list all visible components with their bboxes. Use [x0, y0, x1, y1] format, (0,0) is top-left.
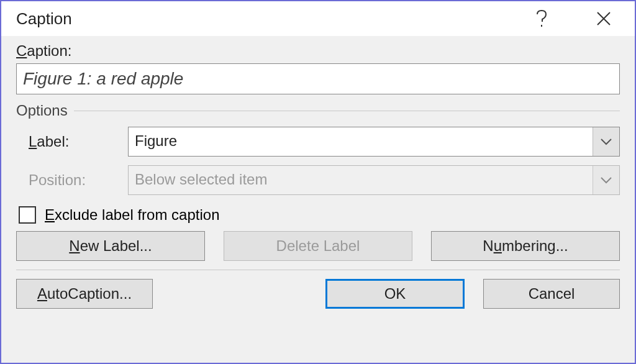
exclude-checkbox-label: Exclude label from caption	[45, 206, 220, 224]
label-combo[interactable]: Figure	[128, 127, 620, 157]
chevron-down-icon	[601, 138, 612, 145]
label-combo-button[interactable]	[593, 127, 619, 156]
options-group: Options Label: Figure Position: Below se…	[16, 102, 620, 204]
chevron-down-icon	[601, 176, 612, 184]
numbering-button[interactable]: Numbering...	[431, 231, 620, 261]
group-divider	[74, 111, 620, 111]
close-icon	[596, 11, 611, 26]
position-combo: Below selected item	[128, 165, 620, 195]
delete-label-button: Delete Label	[224, 231, 412, 261]
options-header: Options	[16, 102, 620, 119]
position-row: Position: Below selected item	[29, 165, 620, 195]
position-field-label: Position:	[29, 171, 128, 189]
dialog-content: Caption: Options Label: Figure	[1, 36, 635, 363]
caption-dialog: Caption Caption: Options	[0, 0, 636, 364]
help-icon	[535, 9, 548, 28]
exclude-checkbox[interactable]: Exclude label from caption	[19, 206, 620, 224]
label-combo-value: Figure	[129, 127, 593, 156]
label-field-label: Label:	[29, 133, 128, 150]
footer-spacer	[171, 279, 307, 309]
autocaption-button[interactable]: AutoCaption...	[16, 279, 153, 309]
caption-label: Caption:	[16, 42, 620, 60]
help-button[interactable]	[511, 1, 573, 36]
label-row: Label: Figure	[29, 127, 620, 157]
caption-input-wrap	[16, 63, 620, 94]
title-bar: Caption	[1, 1, 635, 36]
caption-action-buttons: New Label... Delete Label Numbering...	[16, 231, 620, 261]
options-header-text: Options	[16, 102, 68, 119]
new-label-button[interactable]: New Label...	[16, 231, 205, 261]
cancel-button[interactable]: Cancel	[483, 279, 620, 309]
dialog-footer: AutoCaption... OK Cancel	[16, 279, 620, 320]
checkbox-box	[19, 206, 36, 224]
window-title: Caption	[16, 9, 511, 29]
position-combo-value: Below selected item	[129, 166, 593, 194]
separator	[16, 270, 620, 270]
caption-input[interactable]	[16, 63, 620, 94]
close-button[interactable]	[573, 1, 635, 36]
ok-button[interactable]: OK	[325, 279, 465, 309]
position-combo-button	[593, 166, 619, 194]
